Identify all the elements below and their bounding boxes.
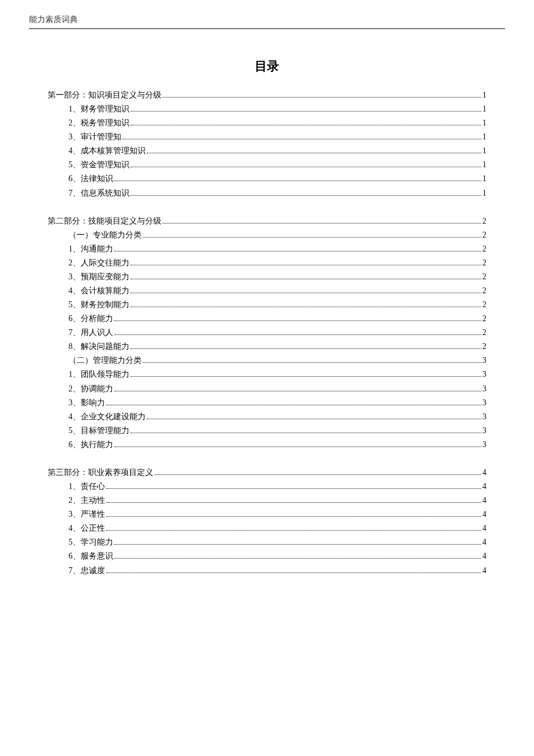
toc-item-label: 7、忠诚度 bbox=[68, 564, 105, 578]
toc-leader-dots bbox=[114, 558, 481, 559]
toc-item: 6、分析能力2 bbox=[68, 312, 486, 326]
toc-container: 目录 第一部分：知识项目定义与分级11、财务管理知识12、税务管理知识13、审计… bbox=[48, 58, 486, 578]
toc-item: 5、目标管理能力3 bbox=[68, 424, 486, 438]
toc-item-page: 2 bbox=[482, 284, 486, 298]
toc-leader-dots bbox=[131, 376, 481, 377]
toc-item: 5、财务控制能力2 bbox=[68, 298, 486, 312]
toc-leader-dots bbox=[131, 111, 481, 111]
toc-section-heading-page: 1 bbox=[482, 88, 486, 102]
toc-item-page: 3 bbox=[482, 438, 486, 452]
toc-leader-dots bbox=[131, 348, 481, 349]
toc-leader-dots bbox=[163, 223, 481, 224]
toc-item: 4、会计核算能力2 bbox=[68, 284, 486, 298]
toc-leader-dots bbox=[114, 391, 481, 391]
toc-leader-dots bbox=[147, 419, 481, 419]
toc-title: 目录 bbox=[48, 58, 486, 74]
toc-item-label: （二）管理能力分类 bbox=[68, 354, 142, 368]
toc-item-label: 5、学习能力 bbox=[68, 535, 113, 549]
toc-leader-dots bbox=[131, 279, 481, 279]
toc-item-label: 3、严谨性 bbox=[68, 507, 105, 521]
toc-item-page: 2 bbox=[482, 340, 486, 354]
toc-item-page: 3 bbox=[482, 410, 486, 424]
toc-item-label: 4、公正性 bbox=[68, 521, 105, 535]
toc-section-heading-page: 2 bbox=[482, 214, 486, 228]
toc-body: 第一部分：知识项目定义与分级11、财务管理知识12、税务管理知识13、审计管理知… bbox=[48, 88, 486, 578]
toc-item-page: 2 bbox=[482, 298, 486, 312]
toc-item-page: 4 bbox=[482, 507, 486, 521]
toc-leader-dots bbox=[122, 139, 481, 139]
toc-item-label: 7、用人识人 bbox=[68, 326, 113, 340]
toc-item-label: 2、人际交往能力 bbox=[68, 256, 129, 270]
toc-item-page: 4 bbox=[482, 535, 486, 549]
toc-item-page: 1 bbox=[482, 102, 486, 116]
toc-section-heading-label: 第二部分：技能项目定义与分级 bbox=[48, 214, 161, 228]
toc-item-page: 2 bbox=[482, 256, 486, 270]
toc-item-page: 1 bbox=[482, 172, 486, 186]
toc-item: 5、资金管理知识1 bbox=[68, 158, 486, 172]
toc-item: 2、主动性4 bbox=[68, 494, 486, 507]
toc-leader-dots bbox=[106, 516, 481, 517]
toc-item: 3、影响力3 bbox=[68, 396, 486, 410]
toc-item: 6、执行能力3 bbox=[68, 438, 486, 452]
toc-section-heading-label: 第三部分：职业素养项目定义 bbox=[48, 466, 153, 480]
toc-item-page: 3 bbox=[482, 396, 486, 410]
toc-item-label: 6、服务意识 bbox=[68, 549, 113, 563]
toc-item: 3、预期应变能力2 bbox=[68, 270, 486, 284]
toc-leader-dots bbox=[143, 362, 481, 363]
toc-section-heading: 第二部分：技能项目定义与分级2 bbox=[48, 214, 486, 228]
toc-item-page: 3 bbox=[482, 424, 486, 438]
toc-item-page: 2 bbox=[482, 242, 486, 256]
toc-item-page: 1 bbox=[482, 186, 486, 200]
toc-item-page: 3 bbox=[482, 354, 486, 368]
toc-item-page: 2 bbox=[482, 312, 486, 326]
toc-item: 4、企业文化建设能力3 bbox=[68, 410, 486, 424]
toc-leader-dots bbox=[106, 573, 481, 573]
toc-leader-dots bbox=[131, 195, 481, 196]
toc-item: 7、忠诚度4 bbox=[68, 564, 486, 578]
toc-leader-dots bbox=[106, 502, 481, 503]
toc-item: 4、公正性4 bbox=[68, 521, 486, 535]
section-gap bbox=[48, 200, 486, 214]
toc-item: 3、严谨性4 bbox=[68, 507, 486, 521]
toc-leader-dots bbox=[114, 447, 481, 447]
toc-section-heading-label: 第一部分：知识项目定义与分级 bbox=[48, 88, 161, 102]
toc-item-label: 5、资金管理知识 bbox=[68, 158, 129, 172]
toc-item-page: 1 bbox=[482, 130, 486, 144]
toc-item-label: 1、责任心 bbox=[68, 480, 105, 494]
toc-item-page: 3 bbox=[482, 368, 486, 381]
toc-item-label: 3、预期应变能力 bbox=[68, 270, 129, 284]
toc-item-page: 4 bbox=[482, 549, 486, 563]
toc-leader-dots bbox=[106, 488, 481, 489]
toc-leader-dots bbox=[131, 293, 481, 293]
toc-item-page: 3 bbox=[482, 382, 486, 396]
toc-item-label: 5、财务控制能力 bbox=[68, 298, 129, 312]
toc-item-label: 2、税务管理知识 bbox=[68, 116, 129, 130]
toc-item: 4、成本核算管理知识1 bbox=[68, 144, 486, 158]
toc-item-label: 6、执行能力 bbox=[68, 438, 113, 452]
header-text: 能力素质词典 bbox=[29, 15, 78, 24]
toc-item-page: 4 bbox=[482, 480, 486, 494]
toc-item-page: 1 bbox=[482, 116, 486, 130]
toc-leader-dots bbox=[131, 125, 481, 125]
toc-item-label: 1、沟通能力 bbox=[68, 242, 113, 256]
toc-item: （一）专业能力分类2 bbox=[68, 228, 486, 242]
toc-item: 1、财务管理知识1 bbox=[68, 102, 486, 116]
section-gap bbox=[48, 452, 486, 466]
toc-item: 8、解决问题能力2 bbox=[68, 340, 486, 354]
toc-item: （二）管理能力分类3 bbox=[68, 354, 486, 368]
toc-item-page: 4 bbox=[482, 521, 486, 535]
toc-item-page: 4 bbox=[482, 494, 486, 507]
toc-item-page: 1 bbox=[482, 144, 486, 158]
toc-item: 2、协调能力3 bbox=[68, 382, 486, 396]
toc-item: 2、人际交往能力2 bbox=[68, 256, 486, 270]
toc-item: 1、团队领导能力3 bbox=[68, 368, 486, 381]
toc-item-label: 1、团队领导能力 bbox=[68, 368, 129, 381]
toc-item: 6、服务意识4 bbox=[68, 549, 486, 563]
toc-item-page: 2 bbox=[482, 326, 486, 340]
toc-item: 1、责任心4 bbox=[68, 480, 486, 494]
toc-item-label: 1、财务管理知识 bbox=[68, 102, 129, 116]
toc-leader-dots bbox=[147, 153, 481, 153]
toc-item-label: 8、解决问题能力 bbox=[68, 340, 129, 354]
toc-item-label: 4、成本核算管理知识 bbox=[68, 144, 146, 158]
toc-item-label: 7、信息系统知识 bbox=[68, 186, 129, 200]
